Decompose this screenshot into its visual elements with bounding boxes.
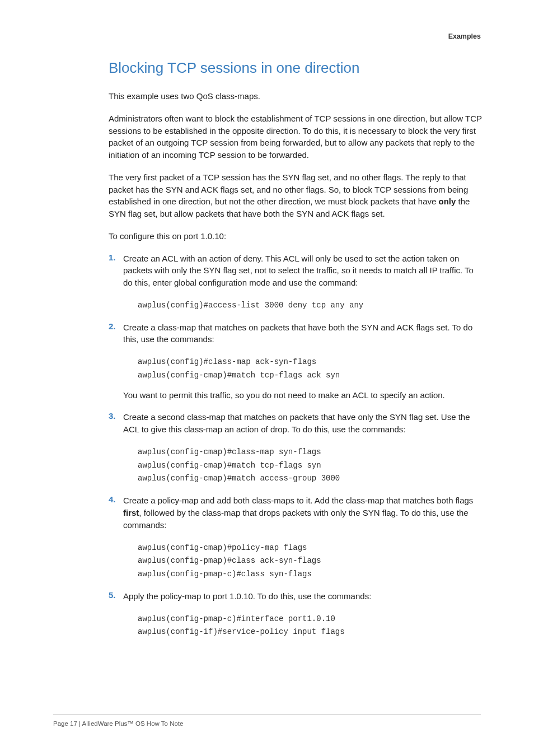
step-number: 3. (109, 411, 116, 421)
intro-paragraph-2: Administrators often want to block the e… (109, 113, 483, 161)
footer-text: Page 17 | AlliedWare Plus™ OS How To Not… (53, 720, 481, 727)
code-line: awplus(config-if)#service-policy input f… (138, 626, 483, 639)
code-block: awplus(config)#class-map ack-syn-flags a… (138, 356, 483, 382)
code-line: awplus(config-cmap)#policy-map flags (138, 542, 483, 555)
step-number: 1. (109, 253, 116, 262)
step-text: Create a policy-map and add both class-m… (123, 494, 483, 531)
page-title: Blocking TCP sessions in one direction (109, 59, 483, 77)
code-block: awplus(config-cmap)#class-map syn-flags … (138, 446, 483, 486)
step-5: 5. Apply the policy-map to port 1.0.10. … (109, 590, 483, 639)
step4-text-a: Create a policy-map and add both class-m… (123, 496, 473, 505)
code-line: awplus(config-cmap)#match tcp-flags ack … (138, 369, 483, 382)
header-caption: Examples (448, 32, 481, 40)
code-line: awplus(config-cmap)#match access-group 3… (138, 472, 483, 486)
code-block: awplus(config)#access-list 3000 deny tcp… (138, 299, 483, 312)
steps-list: 1. Create an ACL with an action of deny.… (109, 253, 483, 640)
step-3: 3. Create a second class-map that matche… (109, 411, 483, 486)
code-line: awplus(config-pmap)#class ack-syn-flags (138, 554, 483, 568)
intro3-part-a: The very first packet of a TCP session h… (109, 172, 468, 207)
intro-paragraph-3: The very first packet of a TCP session h… (109, 171, 483, 220)
step-number: 2. (109, 321, 116, 331)
code-line: awplus(config)#class-map ack-syn-flags (138, 356, 483, 369)
code-line: awplus(config-cmap)#class-map syn-flags (138, 446, 483, 459)
intro-paragraph-1: This example uses two QoS class-maps. (109, 90, 483, 102)
step-number: 5. (109, 590, 116, 600)
code-block: awplus(config-pmap-c)#interface port1.0.… (138, 613, 483, 640)
step-text: Create a second class-map that matches o… (123, 411, 483, 436)
page-content: Blocking TCP sessions in one direction T… (109, 59, 483, 648)
step-text: Create a class-map that matches on packe… (123, 321, 483, 346)
step4-text-b: , followed by the class-map that drops p… (123, 508, 469, 530)
intro-paragraph-4: To configure this on port 1.0.10: (109, 230, 483, 242)
code-line: awplus(config-cmap)#match tcp-flags syn (138, 459, 483, 473)
step-1: 1. Create an ACL with an action of deny.… (109, 253, 483, 312)
page-footer: Page 17 | AlliedWare Plus™ OS How To Not… (53, 714, 481, 727)
code-line: awplus(config)#access-list 3000 deny tcp… (138, 299, 483, 312)
step-number: 4. (109, 494, 116, 504)
step-4: 4. Create a policy-map and add both clas… (109, 494, 483, 581)
code-line: awplus(config-pmap-c)#interface port1.0.… (138, 613, 483, 626)
intro3-bold: only (439, 197, 456, 206)
footer-rule (53, 714, 481, 715)
code-block: awplus(config-cmap)#policy-map flags awp… (138, 542, 483, 581)
step4-bold: first (123, 508, 139, 517)
step-text: Create an ACL with an action of deny. Th… (123, 253, 483, 289)
step-text: Apply the policy-map to port 1.0.10. To … (123, 590, 483, 603)
code-line: awplus(config-pmap-c)#class syn-flags (138, 568, 483, 581)
step-after-text: You want to permit this traffic, so you … (123, 389, 483, 402)
step-2: 2. Create a class-map that matches on pa… (109, 321, 483, 402)
